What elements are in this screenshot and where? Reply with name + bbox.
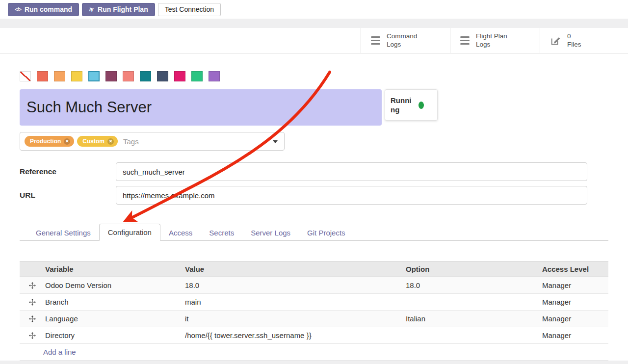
flight-plan-logs-label: Flight Plan Logs — [476, 32, 507, 48]
cell-access[interactable]: Manager — [536, 314, 608, 323]
tab-secrets[interactable]: Secrets — [201, 225, 242, 241]
edit-pencil-icon — [550, 35, 561, 46]
url-input[interactable]: https://memes.example.com — [116, 186, 587, 205]
color-swatch-navy[interactable] — [157, 71, 168, 81]
run-command-button[interactable]: </> Run command — [8, 3, 79, 16]
cell-variable[interactable]: Odoo Demo Version — [39, 281, 179, 289]
color-swatch-salmon[interactable] — [123, 71, 134, 81]
run-command-label: Run command — [25, 5, 72, 13]
color-swatch-green[interactable] — [191, 71, 203, 81]
command-logs-button[interactable]: Command Logs — [361, 28, 450, 53]
code-icon: </> — [15, 6, 21, 12]
status-badge[interactable]: Running — [385, 89, 438, 121]
cell-variable[interactable]: Directory — [39, 331, 179, 339]
top-divider-strip — [0, 19, 628, 28]
hamburger-icon — [460, 36, 470, 45]
files-button[interactable]: 0 Files — [540, 28, 628, 53]
col-value: Value — [179, 265, 400, 273]
tab-git-projects[interactable]: Git Projects — [299, 225, 354, 241]
tag-remove-icon[interactable]: ✕ — [64, 138, 70, 145]
table-row[interactable]: Directory /home/{{ tower.server.ssh_user… — [20, 327, 608, 344]
col-variable: Variable — [39, 265, 179, 273]
files-label: 0 Files — [567, 32, 581, 48]
form-content: Such Much Server Running Production ✕ Cu… — [0, 71, 628, 361]
color-swatch-magenta[interactable] — [174, 71, 185, 81]
reference-input[interactable]: such_much_server — [116, 162, 587, 181]
table-row[interactable]: Odoo Demo Version 18.0 18.0 Manager — [20, 277, 608, 294]
server-name-input[interactable]: Such Much Server — [20, 89, 382, 126]
status-label: Running — [391, 96, 414, 115]
color-swatch-teal[interactable] — [140, 71, 151, 81]
color-swatch-yellow[interactable] — [71, 71, 82, 81]
dropdown-caret-icon[interactable] — [273, 140, 278, 143]
color-swatch-orange[interactable] — [54, 71, 65, 81]
url-field-row: URL https://memes.example.com — [20, 186, 608, 205]
cell-variable[interactable]: Language — [39, 314, 179, 323]
status-green-dot-icon — [419, 102, 424, 109]
flight-plan-logs-button[interactable]: Flight Plan Logs — [450, 28, 540, 53]
tags-placeholder: Tags — [123, 137, 139, 146]
drag-handle-icon[interactable] — [20, 315, 39, 322]
color-swatch-cyan-selected[interactable] — [88, 71, 100, 81]
paper-plane-icon: ✈ — [87, 5, 96, 14]
tab-general-settings[interactable]: General Settings — [27, 225, 99, 241]
test-connection-button[interactable]: Test Connection — [158, 3, 221, 16]
reference-field-row: Reference such_much_server — [20, 162, 608, 181]
cell-access[interactable]: Manager — [536, 298, 608, 306]
col-access-level: Access Level — [536, 265, 608, 273]
color-palette — [20, 71, 608, 81]
action-toolbar: </> Run command ✈ Run Flight Plan Test C… — [0, 0, 628, 19]
test-connection-label: Test Connection — [165, 5, 214, 13]
notebook-tabs: General Settings Configuration Access Se… — [20, 223, 608, 241]
cell-value[interactable]: /home/{{ tower.server.ssh_username }} — [179, 331, 400, 339]
tag-label: Custom — [82, 138, 105, 145]
hamburger-icon — [371, 36, 380, 45]
url-label: URL — [20, 191, 116, 200]
add-line-row: Add a line — [20, 344, 608, 361]
bottom-divider-strip — [0, 361, 628, 364]
page: </> Run command ✈ Run Flight Plan Test C… — [0, 0, 628, 364]
color-swatch-plum[interactable] — [105, 71, 117, 81]
cell-variable[interactable]: Branch — [39, 298, 179, 306]
table-header-row: Variable Value Option Access Level — [20, 261, 608, 277]
reference-label: Reference — [20, 167, 116, 176]
tag-pill-custom[interactable]: Custom ✕ — [77, 136, 118, 147]
tag-pill-production[interactable]: Production ✕ — [25, 136, 74, 147]
tags-field[interactable]: Production ✕ Custom ✕ Tags — [20, 132, 285, 151]
cell-access[interactable]: Manager — [536, 331, 608, 339]
stat-button-bar: Command Logs Flight Plan Logs 0 Files — [0, 28, 628, 53]
cell-option[interactable]: 18.0 — [400, 281, 536, 289]
add-a-line-link[interactable]: Add a line — [43, 348, 76, 356]
run-flight-plan-button[interactable]: ✈ Run Flight Plan — [82, 3, 155, 16]
color-swatch-red[interactable] — [37, 71, 48, 81]
color-swatch-none[interactable] — [20, 71, 31, 81]
command-logs-label: Command Logs — [387, 32, 417, 48]
col-option: Option — [400, 265, 536, 273]
cell-access[interactable]: Manager — [536, 281, 608, 289]
title-row: Such Much Server Running — [20, 89, 608, 126]
drag-handle-icon[interactable] — [20, 282, 39, 289]
drag-handle-icon[interactable] — [20, 299, 39, 306]
tag-remove-icon[interactable]: ✕ — [107, 138, 114, 145]
tab-server-logs[interactable]: Server Logs — [242, 225, 299, 241]
run-flight-plan-label: Run Flight Plan — [98, 5, 148, 13]
drag-handle-icon[interactable] — [20, 332, 39, 339]
cell-value[interactable]: 18.0 — [179, 281, 400, 289]
cell-value[interactable]: it — [179, 314, 400, 323]
color-swatch-purple[interactable] — [209, 71, 220, 81]
cell-value[interactable]: main — [179, 298, 400, 306]
table-row[interactable]: Branch main Manager — [20, 294, 608, 311]
tab-configuration[interactable]: Configuration — [99, 224, 160, 241]
table-row[interactable]: Language it Italian Manager — [20, 311, 608, 327]
tab-access[interactable]: Access — [160, 225, 201, 241]
cell-option[interactable]: Italian — [400, 314, 536, 323]
variables-table: Variable Value Option Access Level Odoo … — [20, 261, 608, 361]
tag-label: Production — [30, 138, 61, 145]
